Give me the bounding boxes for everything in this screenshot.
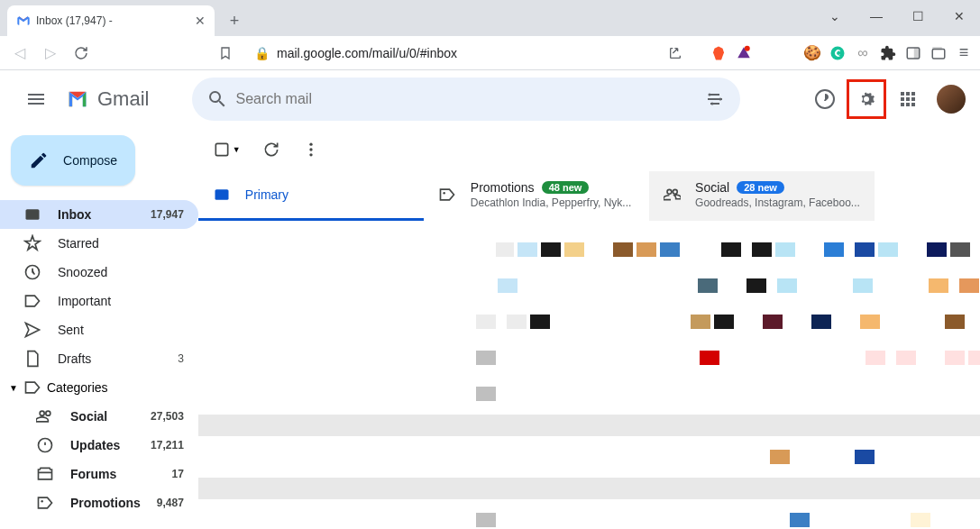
nav-reload-icon[interactable] xyxy=(69,41,94,66)
starred-icon xyxy=(23,234,41,252)
inbox-icon xyxy=(23,205,41,223)
svg-point-1 xyxy=(831,46,845,59)
nav-label: Inbox xyxy=(58,207,134,222)
svg-point-20 xyxy=(443,192,445,195)
search-icon[interactable] xyxy=(199,88,235,110)
new-tab-button[interactable]: + xyxy=(222,8,247,33)
address-bar: ◁ ▷ 🔒 mail.google.com/mail/u/0/#inbox 🍪 … xyxy=(0,36,980,70)
nav-label: Drafts xyxy=(58,351,161,366)
compose-button[interactable]: Compose xyxy=(11,135,135,186)
settings-icon[interactable] xyxy=(851,84,882,114)
url-box[interactable]: 🔒 mail.google.com/mail/u/0/#inbox xyxy=(243,40,693,67)
category-social[interactable]: Social27,503 xyxy=(0,402,198,431)
tab-primary-label: Primary xyxy=(245,187,289,202)
forums-icon xyxy=(36,465,54,483)
svg-point-16 xyxy=(309,148,312,150)
email-row-redacted[interactable] xyxy=(252,270,980,301)
nav-label: Snoozed xyxy=(58,265,168,279)
search-options-icon[interactable] xyxy=(697,88,733,110)
nav-count: 17,947 xyxy=(151,208,184,221)
category-updates[interactable]: Updates17,211 xyxy=(0,431,198,460)
browser-menu-icon[interactable]: ≡ xyxy=(955,44,973,62)
lock-icon: 🔒 xyxy=(254,46,270,60)
gmail-logo[interactable]: Gmail xyxy=(65,87,149,112)
extension-icons: 🍪 ∞ ≡ xyxy=(710,44,973,62)
social-icon xyxy=(36,407,54,425)
browser-tab-strip: Inbox (17,947) - ✕ + ⌄ — ☐ ✕ xyxy=(0,0,980,36)
email-row-redacted[interactable] xyxy=(252,505,980,529)
email-row-redacted[interactable] xyxy=(198,478,980,499)
nav-back-icon[interactable]: ◁ xyxy=(7,41,32,66)
tab-social[interactable]: Social 28 new Goodreads, Instagram, Face… xyxy=(649,171,875,221)
browser-tab[interactable]: Inbox (17,947) - ✕ xyxy=(7,5,215,36)
categories-label: Categories xyxy=(47,380,108,395)
cookie-icon[interactable]: 🍪 xyxy=(803,44,821,62)
svg-point-6 xyxy=(709,94,711,96)
nav-sent[interactable]: Sent xyxy=(0,315,198,344)
tab-promotions-sub: Decathlon India, Pepperfry, Nyk... xyxy=(471,196,632,209)
compose-label: Compose xyxy=(63,153,117,168)
wallet-icon[interactable] xyxy=(930,44,948,62)
nav-drafts[interactable]: Drafts3 xyxy=(0,344,198,373)
window-controls: ⌄ — ☐ ✕ xyxy=(814,2,980,31)
settings-highlight xyxy=(847,79,886,119)
sidebar: Compose Inbox17,947StarredSnoozedImporta… xyxy=(0,128,198,529)
nav-starred[interactable]: Starred xyxy=(0,229,198,258)
svg-rect-19 xyxy=(215,189,228,200)
brave-icon[interactable] xyxy=(710,44,728,62)
drafts-icon xyxy=(23,350,41,368)
cat-count: 9,487 xyxy=(157,497,184,509)
bookmark-icon[interactable] xyxy=(213,41,238,66)
nav-snoozed[interactable]: Snoozed xyxy=(0,258,198,287)
share-icon[interactable] xyxy=(668,46,682,60)
main-menu-icon[interactable] xyxy=(14,78,58,121)
tab-close-icon[interactable]: ✕ xyxy=(195,14,206,28)
apps-icon[interactable] xyxy=(890,81,926,117)
tabs-dropdown-icon[interactable]: ⌄ xyxy=(814,2,856,31)
svg-rect-4 xyxy=(932,49,945,59)
window-close-icon[interactable]: ✕ xyxy=(939,2,980,31)
updates-icon xyxy=(36,436,54,454)
account-avatar[interactable] xyxy=(937,85,966,114)
toolbar: ▼ 1–50 of 19,203 ▼ xyxy=(198,128,980,171)
svg-rect-3 xyxy=(914,48,920,59)
snoozed-icon xyxy=(23,263,41,281)
window-maximize-icon[interactable]: ☐ xyxy=(897,2,939,31)
category-forums[interactable]: Forums17 xyxy=(0,460,198,488)
nav-inbox[interactable]: Inbox17,947 xyxy=(0,200,198,229)
email-row-redacted[interactable] xyxy=(198,415,980,436)
search-input[interactable] xyxy=(235,91,697,107)
email-row-redacted[interactable] xyxy=(252,442,980,472)
svg-rect-5 xyxy=(932,47,942,50)
email-row-redacted[interactable] xyxy=(252,306,980,337)
tab-primary[interactable]: Primary xyxy=(198,171,424,221)
nav-label: Sent xyxy=(58,323,168,337)
cat-count: 17 xyxy=(171,468,183,480)
category-promotions[interactable]: Promotions9,487 xyxy=(0,488,198,517)
sidepanel-icon[interactable] xyxy=(904,44,922,62)
grammarly-icon[interactable] xyxy=(829,44,847,62)
svg-point-17 xyxy=(309,153,312,156)
select-all-checkbox[interactable]: ▼ xyxy=(213,141,241,159)
email-row-redacted[interactable] xyxy=(252,342,980,373)
link-icon[interactable]: ∞ xyxy=(854,44,872,62)
brave-rewards-icon[interactable] xyxy=(735,44,753,62)
window-minimize-icon[interactable]: — xyxy=(856,2,897,31)
promotions-badge: 48 new xyxy=(542,181,590,194)
tab-promotions[interactable]: Promotions 48 new Decathlon India, Peppe… xyxy=(424,171,649,221)
search-box[interactable] xyxy=(192,78,740,121)
categories-header[interactable]: ▼ Categories xyxy=(0,373,198,402)
email-row-redacted[interactable] xyxy=(252,234,980,265)
cat-count: 27,503 xyxy=(151,410,184,423)
support-icon[interactable] xyxy=(807,81,843,117)
email-list[interactable] xyxy=(198,222,980,529)
social-badge: 28 new xyxy=(737,181,784,194)
svg-rect-14 xyxy=(215,143,227,155)
extensions-icon[interactable] xyxy=(879,44,897,62)
email-row-redacted[interactable] xyxy=(252,379,980,409)
more-icon[interactable] xyxy=(302,141,320,159)
nav-important[interactable]: Important xyxy=(0,287,198,315)
tab-title: Inbox (17,947) - xyxy=(36,14,189,27)
nav-forward-icon[interactable]: ▷ xyxy=(38,41,63,66)
refresh-icon[interactable] xyxy=(262,141,280,159)
